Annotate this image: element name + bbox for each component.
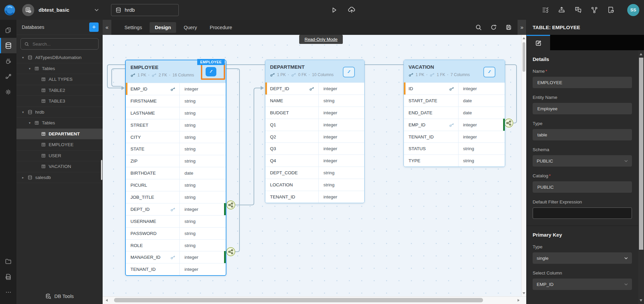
run-icon[interactable] — [330, 6, 338, 14]
expand-panel-button[interactable]: » — [518, 20, 526, 35]
scroll-down-icon[interactable] — [523, 292, 525, 294]
db-tools-button[interactable]: DB Tools — [16, 289, 103, 304]
search-icon[interactable] — [475, 24, 482, 31]
cloud-upload-icon[interactable] — [347, 6, 356, 14]
default-filter-expression-input[interactable] — [537, 210, 628, 216]
task-list-icon[interactable] — [542, 6, 549, 14]
panel-scroll-up-icon[interactable] — [640, 53, 642, 55]
catalog-input[interactable] — [537, 184, 628, 190]
sidebar-item-department[interactable]: DEPARTMENT — [16, 129, 103, 140]
column-row-tenant-id[interactable]: TENANT_IDinteger — [265, 191, 364, 203]
search-input[interactable] — [32, 41, 95, 47]
column-row-picurl[interactable]: PICURLstring — [126, 179, 226, 191]
column-row-password[interactable]: PASSWORDstring — [126, 227, 226, 239]
sidebar-item-tables[interactable]: ▾Tables — [16, 118, 103, 129]
column-row-q4[interactable]: Q4integer — [265, 155, 364, 167]
rail-item-coffee-icon[interactable] — [0, 53, 16, 69]
add-database-button[interactable]: + — [89, 22, 99, 32]
catalog-field[interactable] — [533, 181, 632, 193]
table-card-department[interactable]: DEPARTMENT1 PK·0 FK·10 ColumnsDEPT_IDint… — [265, 60, 365, 203]
sidebar-item-table3[interactable]: TABLE3 — [16, 96, 103, 107]
user-avatar[interactable]: SS — [627, 4, 639, 16]
column-row-dept-id[interactable]: DEPT_IDinteger — [265, 82, 364, 95]
project-name[interactable]: dbtest_basic — [39, 7, 69, 13]
sidebar-item-tables[interactable]: ▾Tables — [16, 63, 103, 74]
entity-name-field[interactable] — [533, 103, 632, 114]
column-row-emp-id[interactable]: EMP_IDinteger — [126, 83, 226, 95]
sidebar-item-employee[interactable]: EMPLOYEE — [16, 139, 103, 150]
column-row-birthdate[interactable]: BIRTHDATEdate — [126, 167, 226, 179]
caret-down-icon[interactable]: ▾ — [21, 110, 25, 114]
translate-icon[interactable]: A — [574, 6, 582, 14]
column-row-location[interactable]: LOCATIONstring — [265, 179, 364, 191]
rail-item-gear-icon[interactable] — [0, 84, 16, 100]
rail-item-pages-icon[interactable] — [0, 22, 16, 38]
scroll-right-icon[interactable] — [518, 299, 520, 302]
caret-down-icon[interactable]: ▾ — [21, 56, 25, 59]
canvas-horizontal-scrollbar[interactable] — [103, 296, 526, 304]
rail-item-database-icon[interactable] — [0, 38, 16, 53]
rail-item-join-icon[interactable] — [0, 69, 16, 84]
column-row-start-date[interactable]: START_DATEdate — [404, 95, 505, 107]
share-icon[interactable] — [591, 6, 598, 14]
tab-settings[interactable]: Settings — [119, 22, 147, 33]
table-card-vacation[interactable]: VACATION1 PK·1 FK·7 ColumnsIDintegerSTAR… — [404, 60, 505, 167]
sidebar-item-all-types[interactable]: ALL TYPES — [16, 74, 103, 85]
column-row-zip[interactable]: ZIPstring — [126, 155, 226, 167]
sidebar-item-alltypesdbautomation[interactable]: ▾AllTypesDBAutomation — [16, 52, 103, 63]
sidebar-item-table2[interactable]: TABLE2 — [16, 85, 103, 96]
tab-design[interactable]: Design — [150, 22, 176, 33]
sidebar-scrollbar[interactable] — [101, 160, 102, 180]
column-row-id[interactable]: IDinteger — [404, 82, 505, 95]
project-avatar-icon[interactable] — [22, 4, 34, 16]
schema-select[interactable]: PUBLIC — [533, 155, 632, 167]
column-row-manager-id[interactable]: MANAGER_IDinteger — [126, 251, 226, 263]
select-column-select[interactable]: EMP_ID — [533, 279, 632, 290]
column-row-role[interactable]: ROLEstring — [126, 239, 226, 251]
refresh-icon[interactable] — [490, 24, 497, 31]
column-row-tenant-id[interactable]: TENANT_IDinteger — [404, 131, 505, 143]
tab-edit-table[interactable] — [527, 35, 550, 50]
app-logo-icon[interactable] — [3, 4, 16, 16]
column-row-budget[interactable]: BUDGETinteger — [265, 107, 364, 119]
save-icon[interactable] — [505, 24, 512, 31]
tab-procedure[interactable]: Procedure — [205, 22, 237, 33]
column-row-end-date[interactable]: END_DATEdate — [404, 107, 505, 119]
sidebar-item-hrdb[interactable]: ▾hrdb — [16, 107, 103, 118]
search-box[interactable] — [20, 38, 99, 50]
name-field[interactable] — [533, 77, 632, 88]
column-row-q3[interactable]: Q3integer — [265, 142, 364, 155]
entity-name-input[interactable] — [537, 106, 628, 112]
rail-item-more-icon[interactable] — [0, 285, 16, 300]
type-input[interactable] — [537, 132, 628, 138]
canvas-vertical-scrollbar[interactable] — [521, 35, 526, 297]
panel-scroll-down-icon[interactable] — [640, 299, 642, 302]
column-row-firstname[interactable]: FIRSTNAMEstring — [126, 95, 226, 107]
column-row-tenant-id[interactable]: TENANT_IDinteger — [126, 263, 226, 275]
vertical-scroll-thumb[interactable] — [523, 42, 525, 72]
default-filter-expression-field[interactable] — [533, 207, 632, 219]
column-row-emp-id[interactable]: EMP_IDinteger — [404, 119, 505, 131]
sidebar-item-salesdb[interactable]: ▸salesdb — [16, 172, 103, 183]
caret-down-icon[interactable]: ▾ — [28, 67, 32, 70]
sidebar-item-vacation[interactable]: VACATION — [16, 161, 103, 172]
column-row-state[interactable]: STATEstring — [126, 143, 226, 155]
column-row-status[interactable]: STATUSstring — [404, 142, 505, 155]
relationships-button[interactable] — [206, 67, 216, 76]
panel-scrollbar[interactable] — [638, 50, 644, 304]
sidebar-item-user[interactable]: USER — [16, 150, 103, 162]
column-row-city[interactable]: CITYstring — [126, 131, 226, 143]
connection-selector[interactable]: hrdb — [111, 4, 179, 16]
name-input[interactable] — [537, 80, 628, 85]
caret-down-icon[interactable]: ▾ — [28, 121, 32, 125]
column-row-q1[interactable]: Q1integer — [265, 119, 364, 131]
horizontal-scroll-thumb[interactable] — [114, 298, 483, 302]
collapse-sidebar-button[interactable]: « — [103, 20, 111, 35]
column-row-name[interactable]: NAMEstring — [265, 95, 364, 107]
column-row-type[interactable]: TYPEstring — [404, 155, 505, 167]
panel-scroll-thumb[interactable] — [639, 58, 643, 250]
table-card-employee[interactable]: EMPLOYEE1 PK·2 FK·16 ColumnsEMPLOYEEEMP_… — [125, 60, 226, 276]
column-row-lastname[interactable]: LASTNAMEstring — [126, 107, 226, 119]
column-row-username[interactable]: USERNAMEstring — [126, 215, 226, 227]
caret-right-icon[interactable]: ▸ — [21, 176, 25, 179]
